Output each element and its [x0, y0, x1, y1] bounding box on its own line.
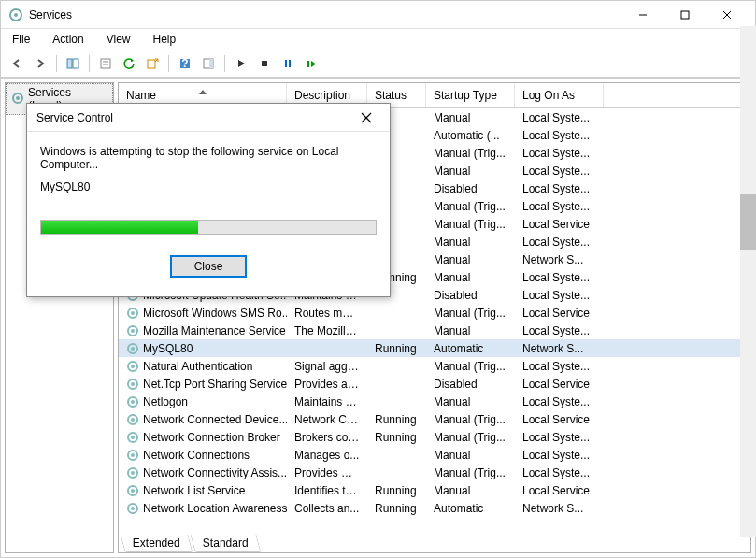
- cell-name: Natural Authentication: [119, 359, 287, 374]
- service-row[interactable]: Network Location AwarenessCollects an...…: [119, 499, 750, 517]
- service-row[interactable]: Natural AuthenticationSignal aggr...Manu…: [119, 357, 750, 375]
- restart-service-button[interactable]: [301, 53, 321, 74]
- service-row[interactable]: MySQL80RunningAutomaticNetwork S...: [119, 339, 750, 357]
- service-row[interactable]: NetlogonMaintains a ...ManualLocal Syste…: [119, 393, 750, 410]
- cell-log-on-as: Local Service: [515, 377, 604, 392]
- show-hide-tree-button[interactable]: [63, 53, 83, 74]
- tab-label: Standard: [203, 537, 249, 550]
- menu-view[interactable]: View: [103, 31, 135, 48]
- svg-rect-15: [209, 59, 213, 68]
- svg-text:?: ?: [181, 57, 188, 70]
- cell-log-on-as: Local Service: [515, 306, 604, 321]
- service-row[interactable]: Network ConnectionsManages o...ManualLoc…: [119, 446, 750, 464]
- column-header-startup-type[interactable]: Startup Type: [426, 83, 515, 107]
- cell-startup-type: Disabled: [426, 377, 515, 392]
- close-button[interactable]: Close: [170, 255, 248, 278]
- cell-description: Maintains a ...: [287, 394, 367, 409]
- cell-log-on-as: Local Service: [515, 217, 604, 232]
- cell-name: MySQL80: [119, 341, 287, 356]
- view-tabs: Extended Standard: [119, 532, 750, 552]
- svg-point-55: [131, 400, 135, 404]
- service-row[interactable]: Network Connection BrokerBrokers con...R…: [119, 428, 750, 446]
- service-name-text: Netlogon: [143, 395, 188, 408]
- close-button[interactable]: [706, 2, 748, 28]
- cell-startup-type: Manual: [426, 164, 515, 179]
- cell-startup-type: Manual: [426, 270, 515, 285]
- cell-description: Collects an...: [287, 501, 367, 516]
- cell-startup-type: Manual: [426, 448, 515, 463]
- tab-extended[interactable]: Extended: [120, 535, 193, 552]
- forward-button[interactable]: [30, 53, 50, 74]
- cell-description: Identifies th...: [287, 483, 367, 498]
- start-service-button[interactable]: [231, 53, 251, 74]
- svg-rect-16: [262, 61, 267, 66]
- cell-description: Brokers con...: [287, 430, 367, 445]
- cell-log-on-as: Local Syste...: [515, 394, 604, 409]
- menu-action[interactable]: Action: [49, 31, 87, 48]
- svg-rect-6: [67, 59, 72, 68]
- service-row[interactable]: Network Connectivity Assis...Provides Di…: [119, 464, 750, 481]
- vertical-scrollbar[interactable]: [740, 26, 756, 537]
- cell-log-on-as: Local Syste...: [515, 110, 604, 125]
- properties-button[interactable]: [95, 53, 116, 74]
- cell-description: Provides abi...: [287, 377, 367, 392]
- dialog-buttons: Close: [40, 255, 377, 283]
- toolbar-separator: [224, 55, 225, 72]
- toolbar-separator: [89, 55, 90, 72]
- svg-point-61: [131, 453, 135, 457]
- service-row[interactable]: Mozilla Maintenance ServiceThe Mozilla .…: [119, 322, 750, 339]
- maximize-button[interactable]: [663, 2, 706, 28]
- svg-point-47: [131, 329, 135, 333]
- stop-service-button[interactable]: [254, 53, 275, 74]
- cell-log-on-as: Local Syste...: [515, 323, 604, 338]
- pause-service-button[interactable]: [278, 53, 298, 74]
- svg-rect-18: [289, 60, 291, 67]
- svg-point-51: [131, 365, 135, 368]
- service-row[interactable]: Microsoft Windows SMS Ro...Routes mes...…: [119, 304, 750, 322]
- service-name-text: Network Connections: [143, 449, 250, 462]
- help-button[interactable]: ?: [175, 53, 195, 74]
- cell-startup-type: Manual (Trig...: [426, 199, 515, 214]
- cell-description: Network Co...: [287, 412, 367, 427]
- service-row[interactable]: Network Connected Device...Network Co...…: [119, 410, 750, 428]
- service-icon: [126, 395, 139, 408]
- tab-standard[interactable]: Standard: [190, 535, 261, 552]
- svg-rect-19: [307, 61, 309, 67]
- service-name-text: Mozilla Maintenance Service: [143, 324, 286, 337]
- cell-description: Provides Dir...: [287, 465, 367, 480]
- cell-description: Routes mes...: [287, 306, 367, 321]
- cell-name: Microsoft Windows SMS Ro...: [119, 306, 287, 321]
- menu-file[interactable]: File: [8, 31, 34, 48]
- cell-startup-type: Manual (Trig...: [426, 430, 515, 445]
- svg-rect-17: [285, 60, 287, 67]
- svg-point-21: [16, 96, 20, 100]
- scrollbar-thumb[interactable]: [740, 194, 756, 250]
- action-pane-button[interactable]: [198, 53, 219, 74]
- column-header-log-on-as[interactable]: Log On As: [515, 83, 604, 107]
- refresh-button[interactable]: [119, 53, 139, 74]
- export-button[interactable]: [142, 53, 163, 74]
- toolbar-separator: [168, 55, 169, 72]
- back-button[interactable]: [7, 53, 27, 74]
- titlebar: Services: [1, 1, 755, 29]
- service-icon: [126, 449, 139, 462]
- cell-startup-type: Disabled: [426, 288, 515, 303]
- cell-status: [367, 401, 426, 403]
- menu-help[interactable]: Help: [150, 31, 180, 48]
- svg-point-57: [131, 418, 135, 422]
- dialog-close-button[interactable]: [352, 105, 380, 131]
- toolbar: ?: [1, 50, 755, 78]
- dialog-titlebar: Service Control: [27, 104, 390, 132]
- service-icon: [126, 324, 139, 337]
- minimize-button[interactable]: [621, 2, 663, 28]
- svg-rect-3: [681, 11, 689, 19]
- service-row[interactable]: Network List ServiceIdentifies th...Runn…: [119, 481, 750, 499]
- service-row[interactable]: Net.Tcp Port Sharing ServiceProvides abi…: [119, 375, 750, 393]
- cell-name: Mozilla Maintenance Service: [119, 323, 287, 338]
- cell-startup-type: Manual: [426, 235, 515, 250]
- service-icon: [126, 307, 139, 320]
- cell-startup-type: Manual (Trig...: [426, 217, 515, 232]
- cell-status: Running: [367, 483, 426, 498]
- menubar: File Action View Help: [1, 29, 755, 50]
- cell-log-on-as: Network S...: [515, 501, 604, 516]
